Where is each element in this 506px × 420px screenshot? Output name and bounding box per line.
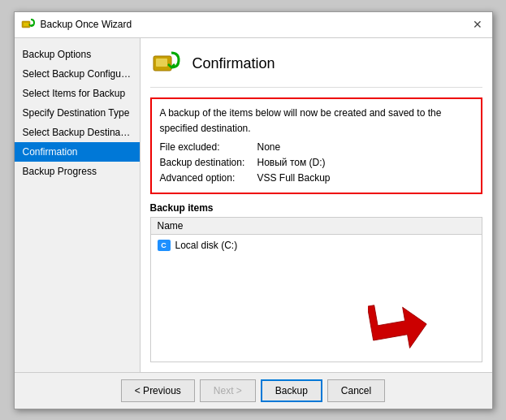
sidebar: Backup Options Select Backup Configurat.…	[15, 38, 141, 372]
window-title: Backup Once Wizard	[41, 19, 132, 30]
name-column-header: Name	[158, 220, 184, 232]
table-row: C Local disk (C:)	[158, 238, 475, 253]
backup-items-label: Backup items	[150, 202, 482, 214]
title-bar: Backup Once Wizard ✕	[15, 12, 492, 38]
close-button[interactable]: ✕	[469, 18, 486, 31]
info-row-destination: Backup destination: Новый том (D:)	[160, 155, 473, 171]
info-row-excluded: File excluded: None	[160, 140, 473, 155]
svg-rect-3	[156, 58, 167, 67]
advanced-option-value: VSS Full Backup	[257, 171, 331, 186]
disk-name: Local disk (C:)	[175, 240, 238, 251]
backup-dest-label: Backup destination:	[160, 155, 257, 171]
advanced-option-label: Advanced option:	[160, 171, 257, 186]
backup-dest-value: Новый том (D:)	[257, 155, 326, 171]
sidebar-item-confirmation[interactable]: Confirmation	[15, 142, 140, 162]
disk-icon: C	[158, 240, 171, 251]
info-intro: A backup of the items below will now be …	[160, 106, 473, 136]
page-header: Confirmation	[150, 48, 482, 88]
previous-button[interactable]: < Previous	[121, 379, 195, 402]
info-row-advanced: Advanced option: VSS Full Backup	[160, 171, 473, 186]
next-button[interactable]: Next >	[200, 379, 256, 402]
sidebar-item-select-dest[interactable]: Select Backup Destination	[15, 123, 140, 142]
sidebar-item-specify-dest[interactable]: Specify Destination Type	[15, 103, 140, 123]
wizard-window: Backup Once Wizard ✕ Backup Options Sele…	[14, 11, 493, 409]
items-table-body: C Local disk (C:)	[151, 235, 482, 256]
page-title: Confirmation	[192, 55, 275, 72]
window-content: Backup Options Select Backup Configurat.…	[15, 38, 492, 372]
info-box: A backup of the items below will now be …	[150, 97, 482, 195]
main-content: Confirmation A backup of the items below…	[141, 38, 492, 372]
backup-button[interactable]: Backup	[261, 379, 322, 402]
arrow-icon	[368, 294, 433, 351]
file-excluded-label: File excluded:	[160, 140, 257, 155]
sidebar-item-select-config[interactable]: Select Backup Configurat...	[15, 64, 140, 84]
cancel-button[interactable]: Cancel	[327, 379, 385, 402]
sidebar-item-backup-progress[interactable]: Backup Progress	[15, 162, 140, 181]
confirmation-icon	[150, 48, 183, 80]
items-table-header: Name	[151, 218, 482, 235]
file-excluded-value: None	[257, 140, 281, 155]
title-bar-left: Backup Once Wizard	[21, 17, 132, 32]
svg-rect-1	[24, 23, 28, 26]
sidebar-item-select-items[interactable]: Select Items for Backup	[15, 84, 140, 103]
sidebar-item-backup-options[interactable]: Backup Options	[15, 45, 140, 64]
app-icon	[21, 17, 36, 32]
backup-items-section: Backup items Name C Local disk (C:)	[150, 202, 482, 362]
arrow-overlay	[368, 294, 433, 353]
footer: < Previous Next > Backup Cancel	[15, 372, 492, 409]
items-table: Name C Local disk (C:)	[150, 217, 482, 362]
